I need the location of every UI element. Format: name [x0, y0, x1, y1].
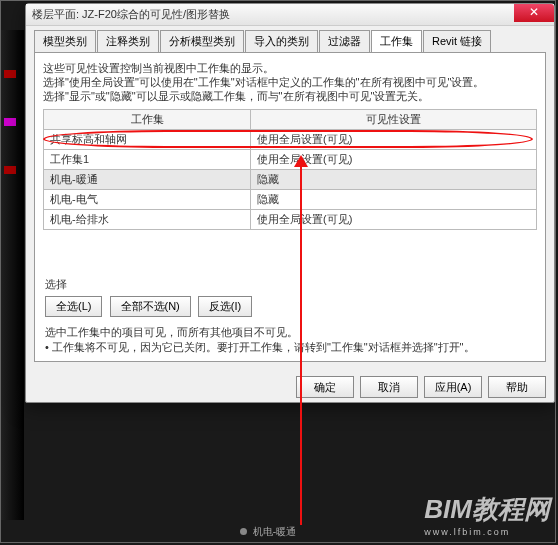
note-1: 选中工作集中的项目可见，而所有其他项目不可见。 [45, 325, 475, 340]
info-line-1: 这些可见性设置控制当前视图中工作集的显示。 [43, 61, 537, 75]
note-2: • 工作集将不可见，因为它已关闭。要打开工作集，请转到"工作集"对话框并选择"打… [45, 340, 475, 355]
visibility-value[interactable]: 使用全局设置(可见) [251, 210, 537, 230]
workset-table[interactable]: 工作集 可见性设置 共享标高和轴网使用全局设置(可见)工作集1使用全局设置(可见… [43, 109, 537, 230]
tab-links[interactable]: Revit 链接 [423, 30, 491, 52]
tab-strip: 模型类别 注释类别 分析模型类别 导入的类别 过滤器 工作集 Revit 链接 [26, 26, 554, 52]
invert-button[interactable]: 反选(I) [198, 296, 252, 317]
workset-name: 工作集1 [44, 150, 251, 170]
info-line-3: 选择"显示"或"隐藏"可以显示或隐藏工作集，而与"在所有视图中可见"设置无关。 [43, 89, 537, 103]
tab-model[interactable]: 模型类别 [34, 30, 96, 52]
select-label: 选择 [45, 277, 256, 292]
table-row[interactable]: 共享标高和轴网使用全局设置(可见) [44, 130, 537, 150]
side-toolbar [0, 30, 24, 520]
status-text: 机电-暖通 [253, 526, 296, 537]
info-text: 这些可见性设置控制当前视图中工作集的显示。 选择"使用全局设置"可以使用在"工作… [43, 61, 537, 103]
visibility-value[interactable]: 隐藏 [251, 190, 537, 210]
table-row[interactable]: 工作集1使用全局设置(可见) [44, 150, 537, 170]
selection-group: 选择 全选(L) 全部不选(N) 反选(I) [45, 277, 256, 317]
info-line-2: 选择"使用全局设置"可以使用在"工作集"对话框中定义的工作集的"在所有视图中可见… [43, 75, 537, 89]
cancel-button[interactable]: 取消 [360, 376, 418, 398]
tab-annotation[interactable]: 注释类别 [97, 30, 159, 52]
close-button[interactable]: ✕ [514, 4, 554, 22]
watermark: BIM教程网 www.lfbim.com [424, 492, 550, 537]
ok-button[interactable]: 确定 [296, 376, 354, 398]
help-button[interactable]: 帮助 [488, 376, 546, 398]
visibility-dialog: 楼层平面: JZ-F20综合的可见性/图形替换 ✕ 模型类别 注释类别 分析模型… [25, 3, 555, 403]
table-row[interactable]: 机电-暖通隐藏 [44, 170, 537, 190]
select-all-button[interactable]: 全选(L) [45, 296, 102, 317]
watermark-big: BIM教程网 [424, 494, 550, 524]
tab-import[interactable]: 导入的类别 [245, 30, 318, 52]
dialog-title: 楼层平面: JZ-F20综合的可见性/图形替换 [32, 7, 230, 22]
table-row[interactable]: 机电-电气隐藏 [44, 190, 537, 210]
workset-name: 共享标高和轴网 [44, 130, 251, 150]
apply-button[interactable]: 应用(A) [424, 376, 482, 398]
workset-panel: 这些可见性设置控制当前视图中工作集的显示。 选择"使用全局设置"可以使用在"工作… [34, 52, 546, 362]
tab-worksets[interactable]: 工作集 [371, 30, 422, 52]
tab-filters[interactable]: 过滤器 [319, 30, 370, 52]
visibility-value[interactable]: 隐藏 [251, 170, 537, 190]
annotation-arrow-head [294, 155, 308, 167]
workset-name: 机电-电气 [44, 190, 251, 210]
visibility-value[interactable]: 使用全局设置(可见) [251, 130, 537, 150]
col-workset: 工作集 [44, 110, 251, 130]
table-row[interactable]: 机电-给排水使用全局设置(可见) [44, 210, 537, 230]
select-none-button[interactable]: 全部不选(N) [110, 296, 191, 317]
dialog-buttons: 确定 取消 应用(A) 帮助 [296, 376, 546, 398]
col-visibility: 可见性设置 [251, 110, 537, 130]
tab-analytical[interactable]: 分析模型类别 [160, 30, 244, 52]
dialog-titlebar: 楼层平面: JZ-F20综合的可见性/图形替换 ✕ [26, 4, 554, 26]
workset-name: 机电-暖通 [44, 170, 251, 190]
watermark-url: www.lfbim.com [424, 527, 550, 537]
status-bar: 机电-暖通 [240, 525, 296, 539]
notes: 选中工作集中的项目可见，而所有其他项目不可见。 • 工作集将不可见，因为它已关闭… [45, 325, 475, 355]
status-dot-icon [240, 528, 247, 535]
workset-name: 机电-给排水 [44, 210, 251, 230]
